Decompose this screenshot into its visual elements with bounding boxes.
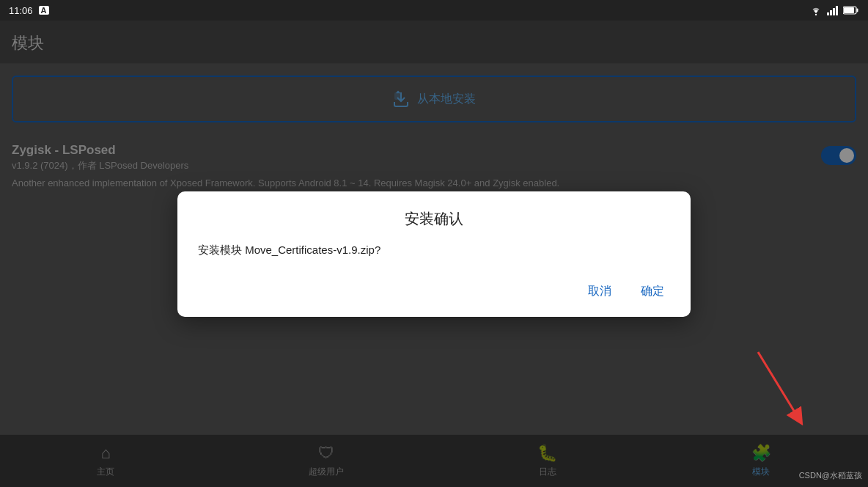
svg-line-11	[758, 352, 798, 418]
status-bar-right	[809, 5, 859, 15]
svg-rect-7	[857, 9, 858, 12]
svg-rect-4	[836, 6, 838, 15]
wifi-icon	[809, 5, 823, 15]
svg-rect-1	[827, 12, 829, 15]
status-time: 11:06	[9, 5, 33, 16]
dialog-message: 安装模块 Move_Certificates-v1.9.zip?	[198, 244, 670, 257]
dialog-backdrop: 安装确认 安装模块 Move_Certificates-v1.9.zip? 取消…	[0, 21, 868, 487]
dialog-cancel-button[interactable]: 取消	[582, 281, 617, 302]
dialog-confirm-button[interactable]: 确定	[635, 281, 670, 302]
svg-rect-6	[844, 7, 854, 13]
status-bar-left: 11:06 A	[9, 5, 49, 16]
svg-rect-3	[833, 8, 835, 15]
app-container: 模块 从本地安装 Zygisk - LSPosed v1.9.2 (7024)，…	[0, 21, 868, 487]
svg-rect-2	[830, 10, 832, 15]
red-arrow-annotation	[743, 345, 809, 436]
install-confirmation-dialog: 安装确认 安装模块 Move_Certificates-v1.9.zip? 取消…	[177, 191, 691, 317]
battery-icon	[843, 6, 859, 15]
svg-point-0	[815, 14, 817, 15]
status-indicator: A	[39, 6, 49, 15]
signal-icon	[827, 5, 839, 15]
dialog-title: 安装确认	[198, 209, 670, 229]
watermark: CSDN@水稻蓝孩	[799, 470, 862, 481]
dialog-actions: 取消 确定	[198, 281, 670, 305]
status-bar: 11:06 A	[0, 0, 868, 21]
